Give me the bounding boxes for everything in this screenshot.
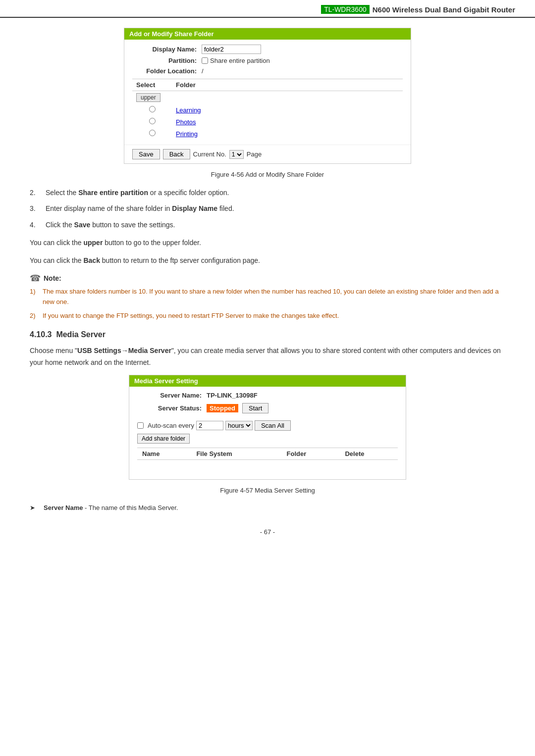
panel1-body: Display Name: Partition: Share entire pa… — [124, 40, 411, 145]
page-number: - 67 - — [30, 528, 505, 536]
step-2-text: Select the Share entire partition or a s… — [46, 187, 505, 198]
note-2-text: If you want to change the FTP settings, … — [43, 311, 505, 321]
figure1-caption: Figure 4-56 Add or Modify Share Folder — [30, 171, 505, 178]
step-4-text: Click the Save button to save the settin… — [46, 219, 505, 230]
col-filesystem: File System — [191, 448, 281, 459]
figure2-caption: Figure 4-57 Media Server Setting — [30, 487, 505, 494]
model-badge: TL-WDR3600 — [321, 5, 370, 14]
note-header: ☎ Note: — [30, 273, 505, 284]
step-2-num: 2. — [30, 187, 46, 198]
note-1-text: The max share folders number is 10. If y… — [43, 287, 505, 307]
table-row: Learning — [132, 104, 403, 116]
server-name-bold: Server Name — [44, 504, 83, 511]
server-name-desc-text: Server Name - The name of this Media Ser… — [44, 503, 505, 513]
current-no-label: Current No. — [193, 151, 226, 158]
share-entire-partition-checkbox[interactable] — [202, 57, 208, 64]
autoscan-value-input[interactable] — [196, 421, 223, 430]
panel1-footer: Save Back Current No. 1 Page — [124, 145, 411, 163]
folder-location-label: Folder Location: — [132, 67, 197, 75]
display-name-label: Display Name: — [132, 46, 197, 53]
server-name-row: Server Name: TP-LINK_13098F — [137, 392, 398, 399]
panel2-title: Media Server Setting — [129, 375, 406, 387]
server-status-badge: Stopped — [207, 404, 238, 412]
intro-para: Choose menu "USB Settings→Media Server",… — [30, 345, 505, 369]
section-number: 4.10.3 — [30, 330, 52, 339]
add-share-row: Add share folder — [137, 434, 398, 444]
col-folder: Folder — [282, 448, 340, 459]
para-upper: You can click the upper button to go to … — [30, 237, 505, 249]
panel1-title: Add or Modify Share Folder — [124, 28, 411, 40]
arrow-icon: ➤ — [30, 503, 44, 513]
col-select: Select — [132, 79, 172, 91]
note-icon: ☎ — [30, 273, 41, 284]
step-4-num: 4. — [30, 219, 46, 230]
server-name-desc: ➤ Server Name - The name of this Media S… — [30, 503, 505, 513]
page-label: Page — [247, 151, 262, 158]
panel2-body: Server Name: TP-LINK_13098F Server Statu… — [129, 387, 406, 480]
folder-location-value: / — [202, 67, 204, 75]
back-bold: Back — [83, 256, 100, 264]
autoscan-checkbox[interactable] — [137, 422, 144, 429]
folder-radio-1[interactable] — [149, 106, 156, 112]
server-status-label: Server Status: — [137, 404, 202, 412]
folder-radio-2[interactable] — [149, 118, 156, 124]
upper-button[interactable]: upper — [136, 93, 160, 102]
folder-table: Select Folder upper Learning — [132, 79, 403, 140]
table-row: Photos — [132, 116, 403, 128]
list-item: 1) The max share folders number is 10. I… — [30, 287, 505, 307]
media-server-panel: Media Server Setting Server Name: TP-LIN… — [129, 375, 406, 480]
step-3-num: 3. — [30, 203, 46, 214]
scan-all-button[interactable]: Scan All — [255, 420, 291, 431]
section-title: Media Server — [56, 330, 106, 339]
save-button[interactable]: Save — [132, 149, 160, 159]
list-item: 2) If you want to change the FTP setting… — [30, 311, 505, 321]
section-heading: 4.10.3 Media Server — [30, 330, 505, 339]
step-3-text: Enter display name of the share folder i… — [46, 203, 505, 214]
usb-menu-bold: USB Settings→Media Server — [77, 347, 171, 354]
page-title: N600 Wireless Dual Band Gigabit Router — [373, 5, 515, 14]
upper-row: upper — [132, 91, 403, 104]
table-row — [137, 459, 398, 474]
media-table: Name File System Folder Delete — [137, 448, 398, 475]
step-2-bold: Share entire partition — [78, 189, 148, 197]
display-name-row: Display Name: — [132, 45, 403, 54]
folder-link-1[interactable]: Learning — [176, 106, 201, 114]
step-4-bold: Save — [74, 221, 91, 229]
back-button[interactable]: Back — [163, 149, 190, 159]
note-1-num: 1) — [30, 287, 43, 307]
server-name-value: TP-LINK_13098F — [207, 392, 258, 399]
note-list: 1) The max share folders number is 10. I… — [30, 287, 505, 321]
table-row: Printing — [132, 128, 403, 140]
display-name-input[interactable] — [202, 45, 261, 54]
para-back: You can click the Back button to return … — [30, 255, 505, 267]
autoscan-label: Auto-scan every — [148, 422, 194, 429]
partition-row: Partition: Share entire partition — [132, 57, 403, 64]
partition-label: Partition: — [132, 57, 197, 64]
list-item: 3. Enter display name of the share folde… — [30, 203, 505, 214]
partition-checkbox-label: Share entire partition — [210, 57, 270, 64]
folder-link-2[interactable]: Photos — [176, 118, 196, 126]
col-folder: Folder — [172, 79, 403, 91]
folder-radio-3[interactable] — [149, 130, 156, 136]
page-header: TL-WDR3600 N600 Wireless Dual Band Gigab… — [0, 0, 535, 18]
note-label: Note: — [44, 274, 61, 282]
note-2-num: 2) — [30, 311, 43, 321]
autoscan-row: Auto-scan every hours Scan All — [137, 420, 398, 431]
autoscan-unit-select[interactable]: hours — [225, 421, 253, 430]
main-content: Add or Modify Share Folder Display Name:… — [0, 28, 535, 555]
start-button[interactable]: Start — [242, 403, 268, 413]
folder-location-row: Folder Location: / — [132, 67, 403, 75]
list-item: 4. Click the Save button to save the set… — [30, 219, 505, 230]
upper-bold: upper — [83, 239, 103, 247]
note-section: ☎ Note: 1) The max share folders number … — [30, 273, 505, 321]
step-3-bold: Display Name — [172, 204, 217, 212]
add-share-folder-button[interactable]: Add share folder — [137, 434, 190, 444]
folder-link-3[interactable]: Printing — [176, 130, 198, 138]
steps-list: 2. Select the Share entire partition or … — [30, 187, 505, 230]
server-name-label: Server Name: — [137, 392, 202, 399]
page-select[interactable]: 1 — [229, 150, 244, 159]
col-delete: Delete — [340, 448, 398, 459]
col-name: Name — [137, 448, 191, 459]
list-item: 2. Select the Share entire partition or … — [30, 187, 505, 198]
server-status-row: Server Status: Stopped Start — [137, 403, 398, 413]
